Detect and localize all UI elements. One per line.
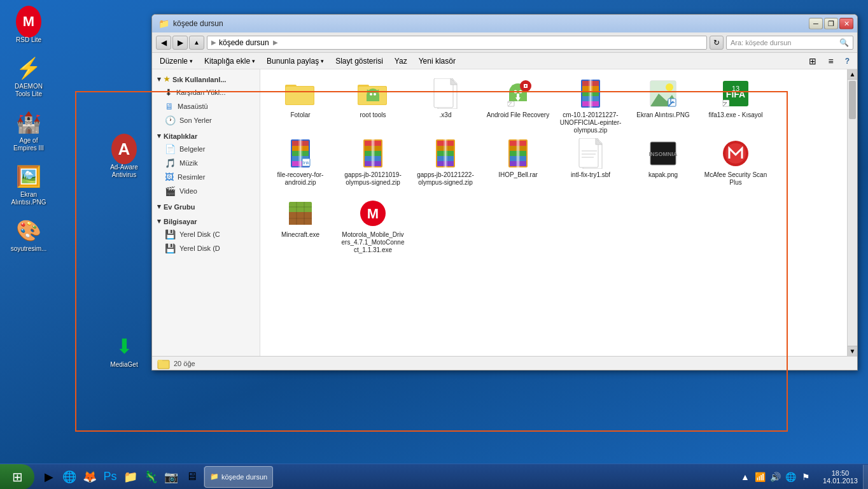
tray-arrow[interactable]: ▲ [739,471,752,483]
sidebar-item-disk-c[interactable]: 💾 Yerel Disk (C [152,227,260,241]
svg-rect-83 [517,139,519,167]
close-button[interactable]: ✕ [839,18,853,29]
svg-marker-13 [451,78,457,85]
show-desktop-button[interactable] [863,465,868,489]
tray-network[interactable]: 📶 [754,471,767,483]
sidebar-item-son-yerler[interactable]: 🕐 Son Yerler [152,113,260,127]
sidebar-section-homegroup: ▾ Ev Grubu [152,201,260,213]
sidebar-header-libraries[interactable]: ▾ Kitaplıklar [152,130,260,142]
sidebar-item-masaustu[interactable]: 🖥 Masaüstü [152,99,260,113]
taskbar-clock[interactable]: 18:50 14.01.2013 [818,469,863,485]
svg-text:13: 13 [732,85,739,92]
clock-date: 14.01.2013 [823,477,858,485]
file-item-mcafee[interactable]: McAfee Security Scan Plus [701,134,771,192]
file-item-gapps1[interactable]: gapps-jb-20121019-olympus-signed.zip [338,134,408,192]
view-toggle-btn[interactable]: ≡ [823,55,838,67]
file-item-ekran-png[interactable]: Ekran Alıntısı.PNG [628,74,698,132]
menu-yeni-klasor[interactable]: Yeni klasör [414,55,461,67]
sidebar-item-karsidan[interactable]: ⬇ Karşıdan Yükl... [152,85,260,99]
forward-button[interactable]: ▶ [172,36,188,50]
file-item-file-recovery-zip[interactable]: lnk file-recovery-for-android.zip [265,134,335,192]
ql-hypercam[interactable]: 📷 [162,467,181,486]
file-item-root-tools[interactable]: root tools [338,74,408,132]
tray-action-center[interactable]: ⚑ [800,471,813,483]
start-button[interactable]: ⊞ [0,464,34,490]
minimize-button[interactable]: ─ [809,18,823,29]
menu-yaz[interactable]: Yaz [389,55,412,67]
status-count: 20 öğe [174,360,195,367]
refresh-button[interactable]: ↻ [710,36,724,50]
file-icon-android-recovery [503,78,533,109]
desktop-icon-ad-aware-label: Ad-Aware Antivirus [101,164,147,179]
file-item-kapak[interactable]: INSOMNIA kapak.png [628,134,698,192]
ql-firefox[interactable]: 🦊 [80,467,99,486]
window-title: köşede dursun [173,19,223,28]
file-item-x3d[interactable]: .x3d [410,74,480,132]
sidebar-header-favorites[interactable]: ▾ ★ Sık Kullanılanl... [152,73,260,85]
file-item-ihop[interactable]: IHOP_Bell.rar [483,134,553,192]
ql-photoshop[interactable]: Ps [101,467,120,486]
tray-volume[interactable]: 🔊 [769,471,782,483]
desktop-icon-daemon-tools[interactable]: ⚡ DAEMON Tools Lite [6,53,51,101]
file-item-gapps2[interactable]: gapps-jb-20121222-olympus-signed.zip [410,134,480,192]
file-item-fotolar[interactable]: Fotolar [265,74,335,132]
sidebar-header-homegroup[interactable]: ▾ Ev Grubu [152,201,260,213]
menu-duzenle[interactable]: Düzenle ▾ [155,55,198,67]
desktop-icon-age-of-empires[interactable]: 🏰 Age of Empires III [6,107,51,155]
file-item-minecraft[interactable]: Minecraft.exe [265,194,335,252]
help-btn[interactable]: ? [840,55,855,67]
menu-paylas[interactable]: Bununla paylaş ▾ [262,55,329,67]
ql-media-player[interactable]: ▶ [39,467,59,486]
scroll-up-button[interactable]: ▲ [848,69,857,80]
ql-unknown2[interactable]: 🖥 [182,467,201,486]
address-field[interactable]: ▶ köşede dursun ▶ [207,36,707,50]
desktop-icon-daemon-label: DAEMON Tools Lite [9,83,48,98]
desktop-icon-rsd-lite[interactable]: M RSD Lite [6,6,51,46]
sidebar-item-resimler[interactable]: 🖼 Resimler [152,170,260,184]
sidebar-section-favorites: ▾ ★ Sık Kullanılanl... ⬇ Karşıdan Yükl..… [152,73,260,127]
file-label-mcafee: McAfee Security Scan Plus [704,171,767,187]
sidebar-header-computer[interactable]: ▾ Bilgisayar [152,215,260,227]
restore-button[interactable]: ❐ [824,18,838,29]
folder-icon-fotolar [285,78,316,109]
scroll-track [848,80,857,346]
sidebar-item-video[interactable]: 🎬 Video [152,184,260,198]
explorer-window: 📁 köşede dursun ─ ❐ ✕ ◀ ▶ ▲ ▶ köşede dur… [151,14,858,371]
svg-point-9 [374,93,376,96]
file-item-android-recovery[interactable]: Android File Recovery [483,74,553,132]
sidebar-item-disk-d[interactable]: 💾 Yerel Disk (D [152,241,260,255]
scroll-down-button[interactable]: ▼ [848,346,857,356]
file-label-ihop: IHOP_Bell.rar [498,171,538,179]
ql-unknown1[interactable]: 🦎 [141,467,160,486]
file-icon-motorola-mobile: M [358,198,388,229]
tray-network2[interactable]: 🌐 [785,471,797,483]
ql-browser[interactable]: 🌐 [60,467,79,486]
svg-text:INSOMNIA: INSOMNIA [649,151,677,157]
file-label-intl-fix: intl-fix-try1.sbf [571,171,610,179]
search-field[interactable]: Ara: köşede dursun 🔍 [726,36,853,50]
scrollbar[interactable]: ▲ ▼ [847,69,857,356]
view-icons-btn[interactable]: ⊞ [804,55,822,67]
sidebar-item-belgeler[interactable]: 📄 Belgeler [152,142,260,156]
menu-kitapliga-ekle[interactable]: Kitaplığa ekle ▾ [199,55,260,67]
desktop-icon-soyut-label: soyutresim... [11,245,47,253]
desktop-icon-soyutresim[interactable]: 🎨 soyutresim... [6,215,51,255]
content-area: ▾ ★ Sık Kullanılanl... ⬇ Karşıdan Yükl..… [152,69,857,356]
scroll-thumb[interactable] [849,81,856,119]
file-icon-kapak: INSOMNIA [648,138,678,169]
file-item-motorola-mobile[interactable]: M Motorola_Mobile_Drivers_4.7.1_MotoConn… [338,194,408,252]
taskbar-explorer-button[interactable]: 📁 köşede dursun [204,466,273,488]
desktop-icon-ad-aware[interactable]: A Ad-Aware Antivirus [99,134,150,181]
desktop-icon-mediaget[interactable]: ⬇ MediaGet [99,331,150,371]
file-item-fifa13[interactable]: FIFA 13 fifa13.exe - Kısayol [701,74,771,132]
desktop-icon-ekran[interactable]: 🖼️ Ekran Alıntısı.PNG [6,161,51,209]
file-label-minecraft: Minecraft.exe [281,231,319,239]
file-item-intl-fix[interactable]: intl-fix-try1.sbf [556,134,626,192]
up-button[interactable]: ▲ [189,36,204,50]
ql-explorer[interactable]: 📁 [121,467,140,486]
menu-slayt[interactable]: Slayt gösterisi [330,55,388,67]
file-item-cm-zip[interactable]: cm-10.1-20121227-UNOFFICIAL-epinter-olym… [556,74,626,132]
file-icon-mcafee [720,138,751,169]
sidebar-item-muzik[interactable]: 🎵 Müzik [152,156,260,170]
back-button[interactable]: ◀ [156,36,171,50]
